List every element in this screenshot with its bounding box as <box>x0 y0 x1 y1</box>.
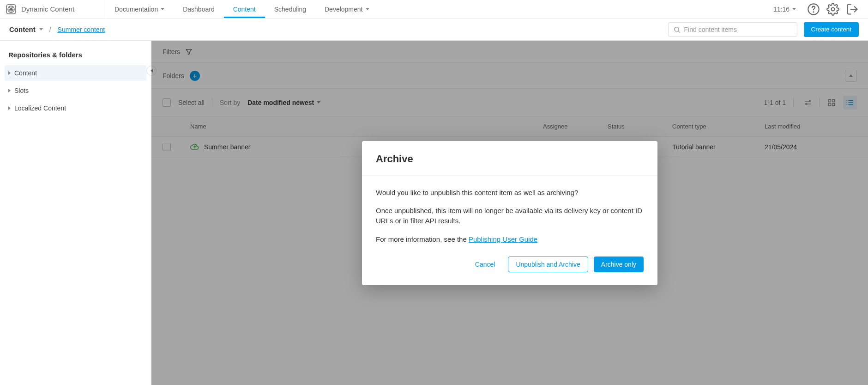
nav-documentation[interactable]: Documentation <box>105 0 174 18</box>
archive-only-button[interactable]: Archive only <box>594 257 644 272</box>
nav-label: Documentation <box>115 6 158 13</box>
modal-scrim[interactable]: Archive Would you like to unpublish this… <box>151 41 868 385</box>
breadcrumb-separator: / <box>49 26 51 33</box>
sidebar-tree: Content Slots Localized Content <box>0 65 151 116</box>
chevron-right-icon <box>8 89 11 92</box>
sidebar-item-slots[interactable]: Slots <box>5 83 146 98</box>
main: Repositories & folders Content Slots Loc… <box>0 41 868 385</box>
sidebar-item-label: Slots <box>14 87 29 94</box>
logout-button[interactable] <box>846 3 859 16</box>
settings-button[interactable] <box>826 3 839 16</box>
help-button[interactable] <box>807 3 820 16</box>
search-icon <box>673 26 681 33</box>
chevron-down-icon <box>366 8 369 10</box>
modal-text-2: Once unpublished, this item will no long… <box>376 206 644 226</box>
create-content-button[interactable]: Create content <box>804 22 859 37</box>
modal-header: Archive <box>362 141 657 176</box>
brand: Dynamic Content <box>0 0 105 18</box>
modal-text-1: Would you like to unpublish this content… <box>376 188 644 198</box>
chevron-right-icon <box>8 106 11 110</box>
breadcrumb-root[interactable]: Content <box>9 25 43 33</box>
modal-body: Would you like to unpublish this content… <box>362 176 657 248</box>
sidebar-title: Repositories & folders <box>0 47 151 65</box>
content-area: Filters Folders + Select all Sort by Dat… <box>151 41 868 385</box>
nav-label: Development <box>325 6 363 13</box>
sidebar: Repositories & folders Content Slots Loc… <box>0 41 151 385</box>
archive-modal: Archive Would you like to unpublish this… <box>362 141 657 285</box>
nav-dashboard[interactable]: Dashboard <box>174 0 224 18</box>
modal-text-3: For more information, see the Publishing… <box>376 234 644 244</box>
nav-scheduling[interactable]: Scheduling <box>265 0 315 18</box>
brand-name: Dynamic Content <box>21 5 74 13</box>
nav-label: Dashboard <box>183 6 215 13</box>
chevron-right-icon <box>8 71 11 75</box>
nav-content[interactable]: Content <box>224 0 265 18</box>
modal-text-3-prefix: For more information, see the <box>376 235 469 243</box>
unpublish-and-archive-button[interactable]: Unpublish and Archive <box>508 257 588 272</box>
sidebar-item-localized-content[interactable]: Localized Content <box>5 100 146 116</box>
subheader: Content / Summer content Create content <box>0 18 868 41</box>
nav-development[interactable]: Development <box>315 0 379 18</box>
search-box[interactable] <box>668 22 797 37</box>
chevron-down-icon <box>161 8 164 10</box>
clock[interactable]: 11:16 <box>769 6 801 13</box>
breadcrumb-root-label: Content <box>9 25 36 33</box>
top-nav: Dynamic Content Documentation Dashboard … <box>0 0 868 18</box>
sidebar-item-label: Content <box>14 69 37 77</box>
clock-time: 11:16 <box>773 6 790 13</box>
brand-logo-icon <box>6 4 17 15</box>
cancel-button[interactable]: Cancel <box>468 257 503 272</box>
nav-label: Scheduling <box>274 6 306 13</box>
sidebar-item-content[interactable]: Content <box>5 65 146 81</box>
modal-title: Archive <box>376 153 644 165</box>
breadcrumb-current[interactable]: Summer content <box>58 26 105 33</box>
sidebar-item-label: Localized Content <box>14 104 66 112</box>
nav-right: 11:16 <box>769 3 868 16</box>
search-input[interactable] <box>684 26 792 33</box>
chevron-down-icon <box>39 28 43 31</box>
chevron-down-icon <box>792 8 796 10</box>
nav-items: Documentation Dashboard Content Scheduli… <box>105 0 379 18</box>
modal-actions: Cancel Unpublish and Archive Archive onl… <box>362 248 657 285</box>
publishing-guide-link[interactable]: Publishing User Guide <box>469 235 537 243</box>
nav-label: Content <box>233 6 256 13</box>
